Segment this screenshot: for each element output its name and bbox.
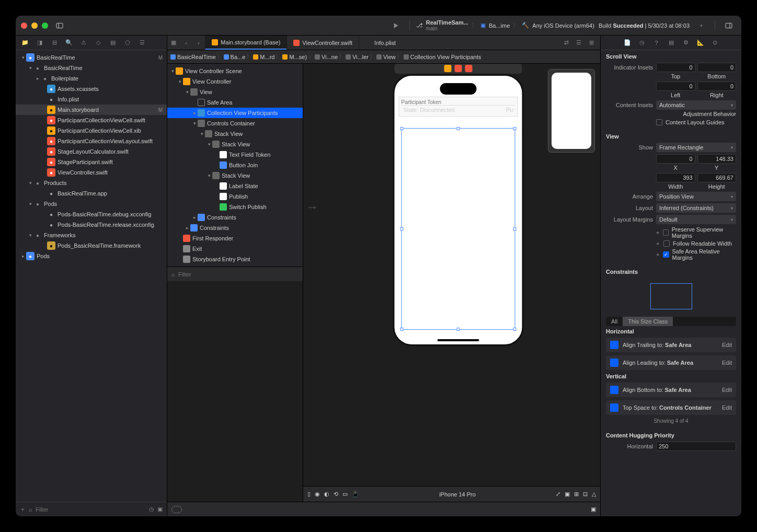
resolve-icon[interactable]: △ [592, 491, 596, 498]
adjust-editor-icon[interactable]: ☰ [574, 39, 583, 46]
jump-item[interactable]: M...se) [282, 54, 307, 60]
size-inspector-icon[interactable]: 📐 [696, 39, 705, 46]
selection-outline[interactable] [402, 128, 515, 330]
x-field[interactable]: 0 [656, 154, 695, 164]
orientation-icon[interactable]: ⟲ [334, 491, 338, 498]
jump-item[interactable]: M...rd [253, 54, 274, 60]
nav-item[interactable]: ▾●Pods [16, 199, 167, 209]
nav-item[interactable]: ●Assets.xcassets [16, 84, 167, 94]
add-editor-icon[interactable]: ⊞ [587, 39, 596, 46]
zoom-fit-icon[interactable]: ⤢ [556, 491, 560, 498]
scheme-selector[interactable]: ⎇ RealTimeSam... main 〉 ▣ Ba...ime 〉 🔨 A… [416, 19, 594, 31]
jump-item[interactable]: Vi...ler [346, 54, 369, 60]
breakpoint-navigator-icon[interactable]: ⬠ [122, 38, 133, 48]
content-insets-select[interactable]: Automatic [656, 100, 736, 110]
editor-tab[interactable]: Main.storyboard (Base) [205, 36, 286, 50]
library-icon[interactable] [721, 19, 736, 32]
scm-icon[interactable]: ▣ [157, 506, 163, 513]
outline-item[interactable]: Safe Area [167, 97, 303, 108]
nav-item[interactable]: ●StageLayoutCalculator.swift [16, 146, 167, 157]
forward-icon[interactable]: › [192, 40, 205, 46]
nav-item[interactable]: ▾●BasicRealTimeM [16, 52, 167, 63]
nav-item[interactable]: ●BasicRealTime.app [16, 188, 167, 199]
attributes-inspector-icon[interactable]: ⚙ [681, 39, 691, 46]
debug-navigator-icon[interactable]: ▤ [108, 38, 118, 48]
embed-icon[interactable]: ▣ [565, 491, 570, 498]
nav-item[interactable]: ▾●Frameworks [16, 230, 167, 240]
nav-item[interactable]: ▾●BasicRealTime [16, 63, 167, 73]
back-icon[interactable]: ‹ [180, 40, 192, 46]
add-button[interactable]: ＋ [694, 19, 708, 32]
pin-icon[interactable]: ⊡ [583, 491, 588, 498]
nav-item[interactable]: ●Main.storyboardM [16, 105, 167, 115]
source-control-navigator-icon[interactable]: ◨ [35, 38, 45, 48]
minimap[interactable] [548, 69, 595, 153]
outline-item[interactable]: Publish [167, 191, 303, 202]
outline-item[interactable]: Text Field Token [167, 149, 303, 160]
adjust-icon[interactable]: ◉ [315, 491, 320, 498]
hugging-horizontal-field[interactable]: 250 [656, 442, 736, 451]
nav-item[interactable]: ●ParticipantCollectionViewCell.swift [16, 115, 167, 125]
variants-icon[interactable]: ◐ [324, 491, 329, 498]
nav-item[interactable]: ●ViewController.swift [16, 167, 167, 178]
identity-inspector-icon[interactable]: ▤ [667, 39, 676, 46]
editor-tab[interactable]: ViewController.swift [286, 36, 359, 50]
jump-item[interactable]: Vi...ne [315, 54, 338, 60]
outline-item[interactable]: ▾Stack View [167, 139, 303, 149]
console-icon[interactable]: ▣ [591, 506, 596, 513]
jump-item[interactable]: BasicRealTime [170, 54, 216, 60]
nav-item[interactable]: ●StageParticipant.swift [16, 157, 167, 167]
editor-tab[interactable]: Info.plist [359, 36, 402, 50]
clock-icon[interactable]: ◷ [149, 506, 154, 513]
debug-toggle-icon[interactable] [171, 506, 182, 513]
find-navigator-icon[interactable]: 🔍 [64, 38, 74, 48]
token-textfield[interactable] [402, 99, 515, 105]
related-items-icon[interactable]: ⇄ [561, 39, 571, 46]
y-field[interactable]: 148.33 [697, 154, 737, 164]
size-class-segment[interactable]: AllThis Size Class [606, 317, 736, 326]
test-navigator-icon[interactable]: ◇ [93, 38, 104, 48]
add-file-icon[interactable]: ＋ [20, 505, 26, 513]
filter-input[interactable] [36, 506, 146, 513]
outline-item[interactable]: Button Join [167, 160, 303, 170]
constraint-row[interactable]: Top Space to: Controls ContainerEdit [606, 400, 736, 415]
connections-inspector-icon[interactable]: ⊙ [710, 39, 720, 46]
jump-item[interactable]: Ba...e [224, 54, 246, 60]
nav-item[interactable]: ●Pods-BasicRealTime.debug.xcconfig [16, 209, 167, 219]
edit-button[interactable]: Edit [722, 404, 732, 411]
nav-item[interactable]: ●ParticipantCollectionViewCell.xib [16, 125, 167, 136]
safearea-margins-checkbox[interactable]: ✓ [663, 251, 669, 258]
constraint-row[interactable]: Align Leading to: Safe AreaEdit [606, 355, 736, 370]
nav-item[interactable]: ●ParticipantCollectionViewLayout.swift [16, 136, 167, 146]
edit-button[interactable]: Edit [722, 387, 732, 393]
outline-item[interactable]: ▸Constraints [167, 223, 303, 233]
outline-item[interactable]: Storyboard Entry Point [167, 254, 303, 264]
outline-item[interactable]: ▸Collection View Participants [167, 108, 303, 118]
inset-right-field[interactable]: 0 [697, 82, 737, 91]
inset-bottom-field[interactable]: 0 [697, 63, 737, 72]
phone-icon[interactable]: 📱 [352, 491, 359, 498]
preserve-margins-checkbox[interactable] [663, 229, 669, 236]
file-inspector-icon[interactable]: 📄 [623, 39, 632, 46]
outline-item[interactable]: ▾View Controller [167, 76, 303, 87]
layout-guides-checkbox[interactable] [656, 119, 662, 125]
layout-select[interactable]: Inferred (Constraints) [656, 203, 736, 213]
outline-item[interactable]: ▸Constraints [167, 212, 303, 223]
edit-button[interactable]: Edit [722, 342, 732, 348]
device-icon[interactable]: ▭ [342, 491, 348, 498]
run-button[interactable] [388, 19, 403, 32]
constraint-row[interactable]: Align Trailing to: Safe AreaEdit [606, 338, 736, 352]
device-name[interactable]: iPhone 14 Pro [439, 491, 476, 498]
outline-filter-input[interactable] [178, 271, 299, 277]
tab-grid-icon[interactable]: ▦ [167, 39, 180, 46]
jump-item[interactable]: View [376, 54, 396, 60]
readable-width-checkbox[interactable] [663, 240, 670, 247]
history-inspector-icon[interactable]: ◷ [637, 39, 647, 46]
outline-item[interactable]: Exit [167, 244, 303, 254]
outline-item[interactable]: First Responder [167, 233, 303, 244]
nav-item[interactable]: ▸●Boilerplate [16, 73, 167, 84]
scene-toolbar[interactable] [395, 64, 522, 74]
outline-item[interactable]: ▾View [167, 87, 303, 97]
minimize-window[interactable] [31, 22, 38, 29]
outline-item[interactable]: Label State [167, 181, 303, 191]
